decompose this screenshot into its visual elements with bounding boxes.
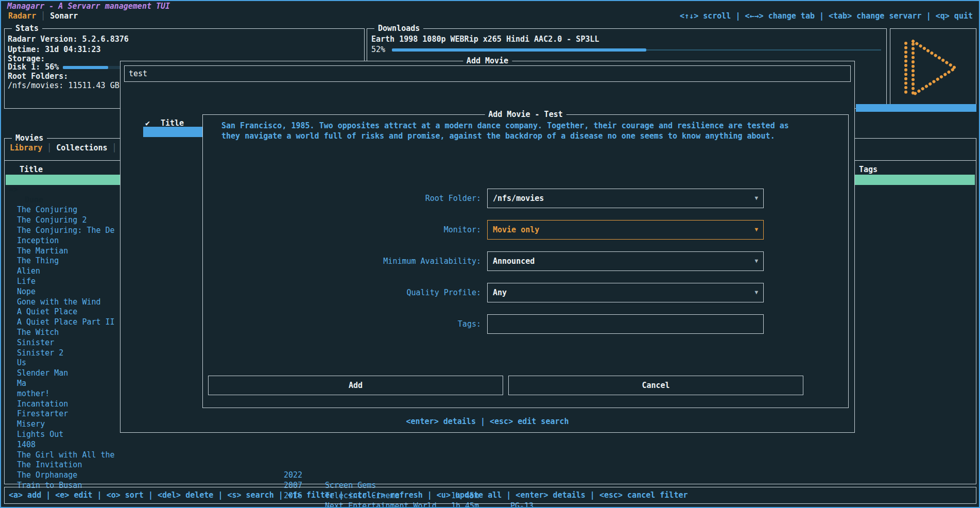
tab-radarr[interactable]: Radarr <box>8 11 36 21</box>
search-result-row[interactable]: Crash Te <box>143 280 203 290</box>
cancel-button[interactable]: Cancel <box>508 376 803 395</box>
monitor-field: Monitor: Movie only ▼ <box>203 220 848 240</box>
movie-year: 2022 <box>284 470 302 481</box>
tab-sonarr[interactable]: Sonarr <box>50 11 78 21</box>
search-result-row[interactable]: test <box>143 198 203 209</box>
minimum-availability-label: Minimum Availability: <box>203 256 481 266</box>
root-folder-field: Root Folder: /nfs/movies ▼ <box>203 189 848 208</box>
search-result-row[interactable]: The Old <box>143 300 203 311</box>
root-folder-dropdown[interactable]: /nfs/movies ▼ <box>487 189 764 208</box>
search-result-row[interactable]: ✔ Test <box>143 147 203 158</box>
app-title: Managarr - A Servarr management TUI <box>7 1 170 11</box>
downloads-panel-title: Downloads <box>374 23 423 33</box>
servarr-tabs: Radarr│Sonarr <box>8 11 78 21</box>
dropdown-arrow-icon: ▼ <box>754 283 758 302</box>
stats-panel-title: Stats <box>12 23 42 33</box>
bottom-keybindings: <a> add | <e> edit | <o> sort | <del> de… <box>9 487 688 503</box>
download-progress-label: 52% <box>371 44 385 55</box>
download-progress-bar <box>392 48 881 52</box>
root-folder-label: Root Folder: <box>203 193 481 204</box>
search-result-row[interactable]: The Test <box>143 269 203 280</box>
search-result-row[interactable]: Test <box>143 188 203 198</box>
search-result-row[interactable]: Test <box>143 157 203 167</box>
logo-panel <box>890 28 976 109</box>
search-result-row[interactable]: The Test <box>143 259 203 269</box>
tags-input[interactable] <box>487 314 764 334</box>
minimum-availability-dropdown[interactable]: Announced ▼ <box>487 251 764 271</box>
quality-profile-label: Quality Profile: <box>203 287 481 298</box>
bottom-keybindings-bar: <a> add | <e> edit | <o> sort | <del> de… <box>4 487 976 504</box>
movie-description: San Francisco, 1985. Two opposites attra… <box>221 121 834 141</box>
quality-profile-dropdown[interactable]: Any ▼ <box>487 283 764 302</box>
search-result-row[interactable]: The Aga <box>143 290 203 300</box>
root-folder-size: /nfs/movies: 11511.43 GB <box>8 80 119 91</box>
search-result-row[interactable]: Test <box>143 167 203 178</box>
tags-label: Tags: <box>203 319 481 329</box>
search-result-row[interactable]: The Bran <box>143 229 203 239</box>
download-item-title: Earth 1998 1080p WEBRip x265 Hindi AAC2.… <box>371 34 599 44</box>
search-result-row[interactable]: Test <box>143 208 203 218</box>
managarr-logo-icon <box>896 35 971 101</box>
add-button[interactable]: Add <box>208 376 503 395</box>
monitor-dropdown[interactable]: Movie only ▼ <box>487 220 764 240</box>
tags-field: Tags: <box>203 314 848 334</box>
add-movie-modal: Add Movie - Test San Francisco, 1985. Tw… <box>202 114 849 408</box>
movie-row[interactable]: The Invitation 2022 Screen Gems 1h 45m P… <box>6 440 975 450</box>
uptime: Uptime: 31d 04:31:23 <box>8 44 101 55</box>
search-result-row[interactable]: Test <box>143 320 203 331</box>
search-result-row[interactable]: The Test <box>143 310 203 320</box>
search-result-row[interactable]: The Test <box>143 249 203 260</box>
highlight-fragment <box>856 104 976 112</box>
radarr-version: Radarr Version: 5.2.6.8376 <box>8 34 129 44</box>
search-result-row[interactable]: => Test <box>143 127 203 137</box>
root-folders-label: Root Folders: <box>8 71 68 81</box>
movie-row[interactable]: Train to Busan 2016 Next Entertainment W… <box>6 460 975 470</box>
movie-row[interactable]: The Orphanage 2007 Telecinco Cinema 1h 4… <box>6 450 975 461</box>
search-result-row[interactable]: Test <box>143 137 203 147</box>
modal-title: Add Movie - Test <box>485 109 566 120</box>
dropdown-arrow-icon: ▼ <box>754 221 758 239</box>
quality-profile-field: Quality Profile: Any ▼ <box>203 283 848 302</box>
search-result-row[interactable]: Testamen <box>143 239 203 249</box>
tab-separator: │ <box>36 11 50 21</box>
monitor-label: Monitor: <box>203 225 481 235</box>
dropdown-arrow-icon: ▼ <box>754 189 758 208</box>
search-result-row[interactable]: Test <box>143 178 203 188</box>
minimum-availability-field: Minimum Availability: Announced ▼ <box>203 251 848 271</box>
search-result-row[interactable]: Test <box>143 218 203 229</box>
popup-keybindings: <enter> details | <esc> edit search <box>121 416 854 427</box>
dropdown-arrow-icon: ▼ <box>754 252 758 270</box>
top-keybindings: <↑↓> scroll | <←→> change tab | <tab> ch… <box>680 11 973 21</box>
